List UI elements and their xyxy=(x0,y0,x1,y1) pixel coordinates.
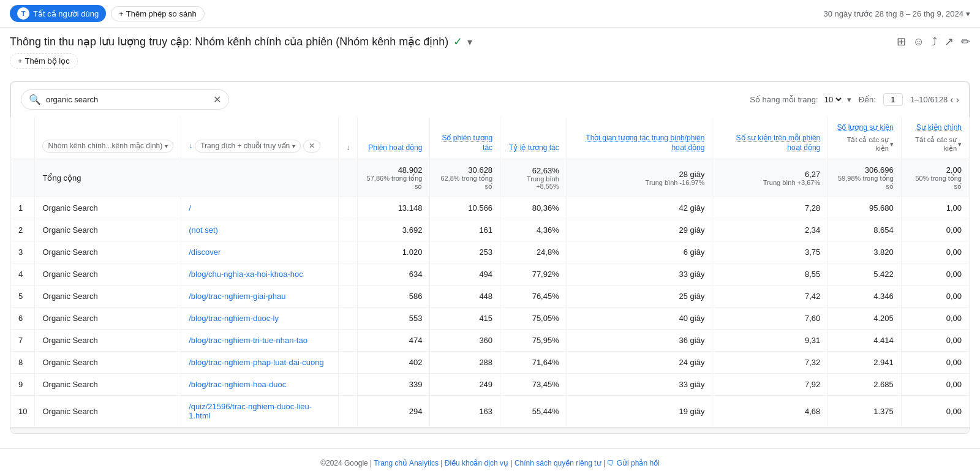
th-col3: Tỷ lệ tương tác xyxy=(500,117,567,159)
cell-col4: 25 giây xyxy=(567,285,712,308)
cell-col4: 24 giây xyxy=(567,352,712,374)
cell-dim1: Organic Search xyxy=(35,374,181,396)
search-input[interactable] xyxy=(46,95,208,104)
cell-col1: 294 xyxy=(358,396,430,427)
cell-col2: 161 xyxy=(430,219,500,241)
user-chip[interactable]: T Tất cả người dùng xyxy=(10,5,106,22)
cell-dim2[interactable]: /blog/trac-nghiem-phap-luat-dai-cuong xyxy=(181,352,339,374)
cell-col7: 1,00 xyxy=(901,197,969,219)
rows-per-page-select[interactable]: 10 25 50 xyxy=(822,94,843,105)
cell-dim2[interactable]: /blog/trac-nghiem-duoc-ly xyxy=(181,308,339,330)
col6-dropdown[interactable]: Tất cả các sự kiện ▾ xyxy=(835,135,894,153)
th-col1: Phiên hoạt động xyxy=(358,117,430,159)
table-row: 1 Organic Search / 13.148 10.566 80,36% … xyxy=(11,197,970,219)
sort-down-icon: ↓ xyxy=(189,142,192,151)
goto-label: Đến: xyxy=(859,95,876,104)
clear-icon[interactable]: ✕ xyxy=(213,94,221,105)
dim2-filter-chip[interactable]: Trang đích + chuỗi truy vấn ▾ xyxy=(195,140,301,153)
footer-link-terms[interactable]: Điều khoản dịch vụ xyxy=(445,459,508,467)
page-header: Thông tin thu nạp lưu lượng truy cập: Nh… xyxy=(0,28,980,48)
cell-col3: 75,05% xyxy=(500,308,567,330)
cell-col3: 76,45% xyxy=(500,285,567,308)
cell-dim2[interactable]: (not set) xyxy=(181,219,339,241)
col7-main-label[interactable]: Sự kiện chính xyxy=(916,123,962,133)
totals-num xyxy=(11,159,35,197)
add-filter-button[interactable]: + Thêm bộ lọc xyxy=(10,53,78,69)
cell-col5: 7,60 xyxy=(712,308,828,330)
footer-link-privacy[interactable]: Chính sách quyền riêng tư xyxy=(514,459,601,467)
user-label: Tất cả người dùng xyxy=(33,9,99,18)
cell-col6: 2.685 xyxy=(828,374,902,396)
edit-icon[interactable]: ✏ xyxy=(961,35,970,48)
totals-text: Tổng cộng xyxy=(42,173,81,183)
share-icon[interactable]: ⤴ xyxy=(932,36,937,48)
totals-col6: 306.696 59,98% trong tổng số xyxy=(828,159,902,197)
cell-col4: 42 giây xyxy=(567,197,712,219)
cell-col3: 4,36% xyxy=(500,219,567,241)
col5-label[interactable]: Số sự kiện trên mỗi phiên hoạt động xyxy=(736,134,821,152)
emoji-icon[interactable]: ☺ xyxy=(913,36,924,48)
cell-col2: 360 xyxy=(430,330,500,352)
cell-col0 xyxy=(339,352,358,374)
col2-label[interactable]: Số phiên tương tác xyxy=(442,134,492,152)
title-dropdown-icon[interactable]: ▾ xyxy=(467,36,472,48)
cell-num: 4 xyxy=(11,263,35,285)
page-title-row: Thông tin thu nạp lưu lượng truy cập: Nh… xyxy=(10,35,472,48)
cell-col0 xyxy=(339,396,358,427)
cell-dim1: Organic Search xyxy=(35,285,181,308)
prev-page-button[interactable]: ‹ xyxy=(950,94,953,105)
th-row-num xyxy=(11,117,35,159)
col4-label[interactable]: Thời gian tương tác trung bình/phiên hoạ… xyxy=(586,134,704,152)
table-row: 2 Organic Search (not set) 3.692 161 4,3… xyxy=(11,219,970,241)
dim2-remove-button[interactable]: ✕ xyxy=(303,140,320,153)
columns-icon[interactable]: ⊞ xyxy=(897,35,906,48)
page-title: Thông tin thu nạp lưu lượng truy cập: Nh… xyxy=(10,35,448,48)
user-avatar: T xyxy=(17,7,29,20)
col1-label[interactable]: Phiên hoạt động xyxy=(368,143,422,152)
cell-col6: 3.820 xyxy=(828,241,902,263)
footer-link-analytics[interactable]: Trang chủ Analytics xyxy=(374,459,439,467)
cell-col0 xyxy=(339,197,358,219)
col3-label[interactable]: Tỷ lệ tương tác xyxy=(509,143,559,152)
compare-button[interactable]: + Thêm phép so sánh xyxy=(111,6,205,21)
cell-col4: 33 giây xyxy=(567,374,712,396)
th-col2: Số phiên tương tác xyxy=(430,117,500,159)
cell-col5: 7,92 xyxy=(712,374,828,396)
cell-dim2[interactable]: /blog/trac-nghiem-giai-phau xyxy=(181,285,339,308)
cell-col6: 1.375 xyxy=(828,396,902,427)
top-bar-left: T Tất cả người dùng + Thêm phép so sánh xyxy=(10,5,205,22)
totals-col0 xyxy=(339,159,358,197)
cell-dim2[interactable]: /blog/trac-nghiem-hoa-duoc xyxy=(181,374,339,396)
cell-col5: 4,68 xyxy=(712,396,828,427)
cell-col3: 71,64% xyxy=(500,352,567,374)
filter-plus-icon: + xyxy=(18,56,23,66)
next-page-button[interactable]: › xyxy=(956,94,959,105)
cell-col2: 253 xyxy=(430,241,500,263)
cell-num: 6 xyxy=(11,308,35,330)
cell-col1: 1.020 xyxy=(358,241,430,263)
cell-dim1: Organic Search xyxy=(35,219,181,241)
top-bar: T Tất cả người dùng + Thêm phép so sánh … xyxy=(0,0,980,28)
totals-col4-sub: Trung bình -16,97% xyxy=(575,179,705,186)
rows-per-page-label: Số hàng mỗi trang: xyxy=(750,95,818,104)
cell-dim2[interactable]: /blog/chu-nghia-xa-hoi-khoa-hoc xyxy=(181,263,339,285)
horizontal-scrollbar[interactable] xyxy=(10,427,970,433)
cell-dim2[interactable]: /discover xyxy=(181,241,339,263)
footer-link-feedback[interactable]: 🗨 Gửi phản hồi xyxy=(607,459,659,467)
trend-icon[interactable]: ↗ xyxy=(944,35,954,48)
totals-col7: 2,00 50% trong tổng số xyxy=(901,159,969,197)
cell-dim2[interactable]: /quiz/21596/trac-nghiem-duoc-lieu-1.html xyxy=(181,396,339,427)
cell-col3: 80,36% xyxy=(500,197,567,219)
col7-dropdown[interactable]: Tất cả các sự kiện ▾ xyxy=(909,135,962,153)
totals-col1-sub: 57,86% trong tổng số xyxy=(365,175,422,191)
cell-num: 3 xyxy=(11,241,35,263)
goto-input[interactable] xyxy=(883,93,903,106)
cell-col4: 19 giây xyxy=(567,396,712,427)
cell-dim2[interactable]: / xyxy=(181,197,339,219)
dim1-filter-chip[interactable]: Nhóm kênh chính...kênh mặc định) ▾ xyxy=(42,140,173,153)
cell-col4: 36 giây xyxy=(567,330,712,352)
date-range-selector[interactable]: 30 ngày trước 28 thg 8 – 26 thg 9, 2024 … xyxy=(824,9,971,18)
search-box: 🔍 ✕ xyxy=(21,89,229,110)
col6-main-label[interactable]: Số lượng sự kiện xyxy=(837,123,893,133)
cell-dim2[interactable]: /blog/trac-nghiem-tri-tue-nhan-tao xyxy=(181,330,339,352)
